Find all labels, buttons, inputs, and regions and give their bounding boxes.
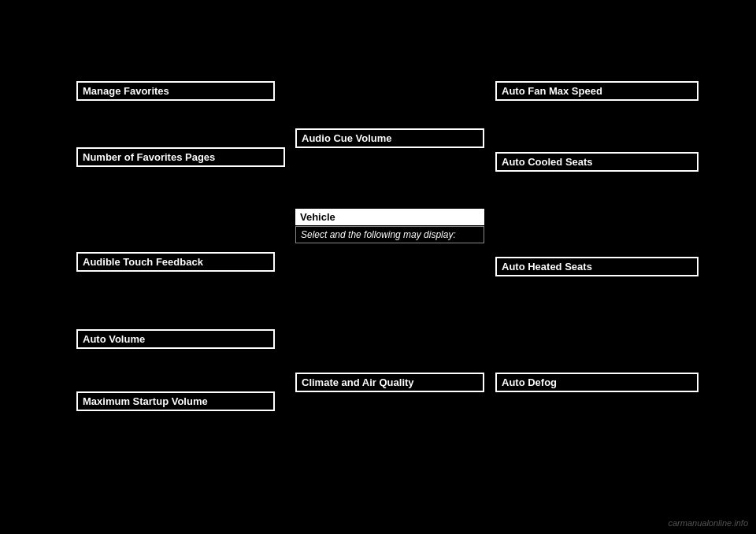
audio-cue-volume-label[interactable]: Audio Cue Volume [295, 128, 484, 148]
climate-and-air-quality-label[interactable]: Climate and Air Quality [295, 373, 484, 392]
auto-fan-max-speed-label[interactable]: Auto Fan Max Speed [495, 81, 699, 101]
auto-defog-label[interactable]: Auto Defog [495, 373, 699, 392]
auto-volume-label[interactable]: Auto Volume [76, 329, 275, 349]
number-of-favorites-pages-label[interactable]: Number of Favorites Pages [76, 147, 285, 167]
auto-heated-seats-label[interactable]: Auto Heated Seats [495, 257, 699, 276]
watermark: carmanualonline.info [668, 518, 748, 528]
vehicle-subtext: Select and the following may display: [295, 226, 484, 243]
page-container: Manage Favorites Number of Favorites Pag… [0, 0, 756, 534]
manage-favorites-label[interactable]: Manage Favorites [76, 81, 275, 101]
audible-touch-feedback-label[interactable]: Audible Touch Feedback [76, 252, 275, 272]
vehicle-header: Vehicle [295, 209, 484, 225]
maximum-startup-volume-label[interactable]: Maximum Startup Volume [76, 391, 275, 411]
auto-cooled-seats-label[interactable]: Auto Cooled Seats [495, 152, 699, 172]
